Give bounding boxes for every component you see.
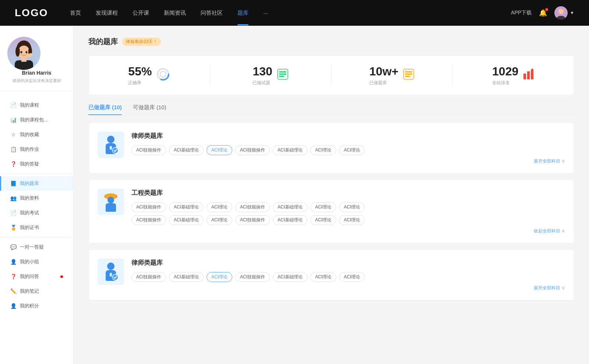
svg-point-31 [107,197,114,203]
sidebar-item-my-group[interactable]: 👤 我的小组 [0,254,73,269]
nav-opencourse[interactable]: 公开课 [133,10,149,17]
sidebar-item-my-exams[interactable]: 📄 我的考试 [0,206,73,220]
nav-qbank[interactable]: 题库 [237,10,248,17]
svg-rect-18 [279,76,284,77]
main-layout: Brian Harris 错误的决定比没有决定要好 📄 我的课程 📊 我的课程包… [0,26,589,364]
tag-e1-0[interactable]: ACI技能操作 [131,202,166,212]
expand-link-lawyer-2[interactable]: 展开全部科目 ∨ [131,285,565,291]
qbank-tabs: 已做题库 (10) 可做题库 (10) [88,104,574,115]
sidebar-label-my-certs: 我的证书 [20,224,63,231]
expand-link-lawyer-1[interactable]: 展开全部科目 ∨ [131,158,565,164]
nav-news[interactable]: 新闻资讯 [164,10,186,17]
nav-discover[interactable]: 发现课程 [96,10,118,17]
stat-done-banks-label: 已做题库 [369,80,398,86]
qbank-card-lawyer-2: 律师类题库 ACI技能操作 ACI基础理论 ACI理论 ACI技能操作 ACI基… [88,249,574,300]
tag-e2-5[interactable]: ACI理论 [310,215,336,225]
tag-e1-5[interactable]: ACI理论 [310,202,336,212]
tag-e2-4[interactable]: ACI基础理论 [273,215,307,225]
stat-done-questions-value: 130 [253,65,272,78]
tag-e1-2[interactable]: ACI理论 [207,202,232,212]
tag-e2-1[interactable]: ACI基础理论 [169,215,204,225]
tag-l1-3[interactable]: ACI技能操作 [235,145,270,155]
tag-l1-2[interactable]: ACI理论 [207,145,232,155]
user-motto: 错误的决定比没有决定要好 [7,78,66,83]
sidebar-item-my-notes[interactable]: ✏️ 我的笔记 [0,284,73,299]
sidebar-item-homework[interactable]: 📋 我的作业 [0,142,73,157]
svg-rect-27 [110,146,112,150]
done-questions-icon [277,68,289,83]
sidebar-item-my-questions[interactable]: ❓ 我的问答 [0,269,73,284]
nav-home[interactable]: 首页 [70,10,81,17]
tab-done-banks[interactable]: 已做题库 (10) [88,104,122,115]
stat-rank-text: 1029 全站排名 [492,65,518,86]
sidebar-item-my-courses[interactable]: 📄 我的课程 [0,98,73,113]
stat-rank-value: 1029 [492,65,518,78]
tag-l2-3[interactable]: ACI技能操作 [235,272,270,282]
tag-l1-1[interactable]: ACI基础理论 [169,145,204,155]
user-avatar-menu[interactable]: ▼ [554,6,574,19]
svg-rect-22 [405,76,410,77]
questions-icon: ❓ [10,274,16,279]
sidebar-item-course-packages[interactable]: 📊 我的课程包... [0,113,73,127]
sidebar-item-my-certs[interactable]: 🏅 我的证书 [0,220,73,235]
tag-e1-6[interactable]: ACI理论 [339,202,365,212]
accuracy-chart-icon [156,67,170,84]
tag-l2-1[interactable]: ACI基础理论 [169,272,204,282]
qbank-card-lawyer-1: 律师类题库 ACI技能操作 ACI基础理论 ACI理论 ACI技能操作 ACI基… [88,122,574,174]
tag-l2-0[interactable]: ACI技能操作 [131,272,166,282]
sidebar-item-my-qbank[interactable]: 📘 我的题库 [0,176,73,191]
sidebar-item-1on1[interactable]: 💬 一对一答疑 [0,240,73,254]
tag-e2-6[interactable]: ACI理论 [339,215,365,225]
sidebar-label-my-materials: 我的资料 [20,195,63,201]
tag-e1-3[interactable]: ACI技能操作 [235,202,270,212]
tag-l2-4[interactable]: ACI基础理论 [273,272,307,282]
notification-bell[interactable]: 🔔 [539,9,547,17]
collapse-link-engineer[interactable]: 收起全部科目 ∧ [131,228,565,234]
done-banks-icon [403,68,415,83]
tag-l2-5[interactable]: ACI理论 [310,272,336,282]
tag-l1-0[interactable]: ACI技能操作 [131,145,166,155]
tag-l2-6[interactable]: ACI理论 [339,272,365,282]
nav-more[interactable]: ··· [263,10,268,16]
stat-accuracy-value: 55% [128,65,152,78]
tag-e1-1[interactable]: ACI基础理论 [169,202,204,212]
sidebar-label-qa: 我的答疑 [20,161,63,167]
stat-done-questions-label: 已做试题 [253,80,272,86]
stat-done-banks-text: 10w+ 已做题库 [369,65,398,86]
sidebar: Brian Harris 错误的决定比没有决定要好 📄 我的课程 📊 我的课程包… [0,26,74,364]
stats-bar: 55% 正确率 130 已做试题 [88,56,574,95]
tag-l1-6[interactable]: ACI理论 [339,145,365,155]
tag-e2-2[interactable]: ACI理论 [207,215,232,225]
svg-rect-17 [279,74,286,75]
app-download-btn[interactable]: APP下载 [511,10,532,16]
tag-e2-3[interactable]: ACI技能操作 [235,215,270,225]
svg-point-26 [107,136,114,143]
sidebar-label-my-points: 我的积分 [20,303,63,309]
qbank-body-lawyer-2: 律师类题库 ACI技能操作 ACI基础理论 ACI理论 ACI技能操作 ACI基… [131,258,565,291]
tab-available-banks[interactable]: 可做题库 (10) [133,104,166,115]
stat-rank: 1029 全站排名 [453,65,574,86]
sidebar-item-qa[interactable]: ❓ 我的答疑 [0,157,73,171]
tags-row-engineer-1: ACI技能操作 ACI基础理论 ACI理论 ACI技能操作 ACI基础理论 AC… [131,202,565,212]
qbank-card-engineer: 工程类题库 ACI技能操作 ACI基础理论 ACI理论 ACI技能操作 ACI基… [88,179,574,243]
qbank-icon: 📘 [10,181,16,186]
svg-point-28 [112,147,118,153]
tag-e1-4[interactable]: ACI基础理论 [273,202,307,212]
notes-icon: ✏️ [10,288,16,294]
tag-l1-5[interactable]: ACI理论 [310,145,336,155]
certs-icon: 🏅 [10,225,16,231]
main-content: 我的题库 体验剩余23天！ 55% 正确率 [74,26,589,364]
sidebar-item-favorites[interactable]: ☆ 我的收藏 [0,127,73,142]
sidebar-item-my-materials[interactable]: 👥 我的资料 [0,191,73,206]
sidebar-item-my-points[interactable]: 👤 我的积分 [0,299,73,313]
favorites-icon: ☆ [10,132,16,138]
tag-l2-2[interactable]: ACI理论 [207,272,232,282]
svg-point-32 [107,263,114,270]
sidebar-label-my-group: 我的小组 [20,258,63,265]
tag-l1-4[interactable]: ACI基础理论 [273,145,307,155]
lawyer-icon-2 [98,258,124,285]
nav-qa[interactable]: 问答社区 [201,10,223,17]
tag-e2-0[interactable]: ACI技能操作 [131,215,166,225]
svg-point-1 [558,9,564,14]
stat-accuracy-label: 正确率 [128,80,152,86]
